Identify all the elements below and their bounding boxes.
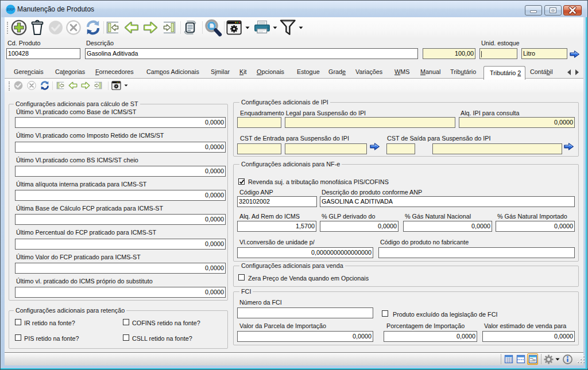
svg-text:ERP: ERP — [7, 7, 15, 11]
